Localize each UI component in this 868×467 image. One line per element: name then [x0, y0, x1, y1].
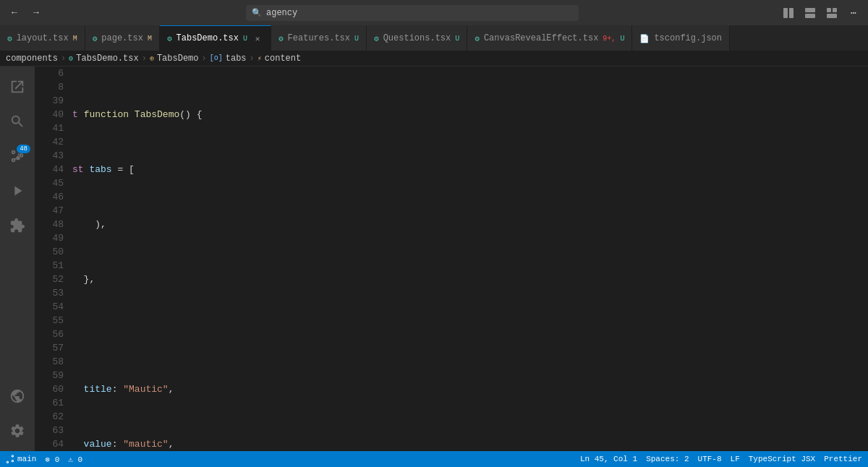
breadcrumb-icon-content: ⚡ — [258, 54, 262, 63]
activity-item-search[interactable] — [0, 104, 35, 139]
main-area: 48 6 8 39 40 41 42 43 44 4 — [0, 67, 868, 451]
breadcrumb-icon-fn: ⊕ — [150, 54, 154, 63]
breadcrumb-content[interactable]: content — [265, 53, 301, 64]
search-bar[interactable]: 🔍 agency — [246, 5, 579, 21]
titlebar: ← → 🔍 agency ⋯ — [0, 0, 868, 25]
breadcrumb: components › ⚙ TabsDemo.tsx › ⊕ TabsDemo… — [0, 51, 868, 67]
tab-badge-features: U — [354, 35, 359, 43]
tab-icon-page: ⚙ — [93, 34, 98, 43]
tab-label-questions: Questions.tsx — [383, 33, 451, 43]
tab-badge-page: M — [148, 35, 152, 43]
status-warnings[interactable]: ⚠ 0 — [68, 455, 82, 464]
tab-badge-questions: U — [455, 35, 459, 43]
activity-item-run[interactable] — [0, 173, 35, 208]
activity-bar: 48 — [0, 67, 35, 451]
code-line-42: title: "Mautic", — [72, 382, 868, 396]
activity-item-source-control[interactable]: 48 — [0, 139, 35, 173]
svg-rect-4 — [827, 8, 831, 12]
tabs-bar: ⚙ layout.tsx M ⚙ page.tsx M ⚙ TabsDemo.t… — [0, 25, 868, 51]
tab-canvasreveal[interactable]: ⚙ CanvasRevealEffect.tsx 9+, U — [467, 25, 632, 51]
status-bar: main ⊗ 0 ⚠ 0 Ln 45, Col 1 Spaces: 2 UTF-… — [0, 451, 868, 467]
breadcrumb-icon-tabsdemo: ⚙ — [69, 54, 73, 63]
search-icon: 🔍 — [252, 8, 262, 17]
status-errors[interactable]: ⊗ 0 — [45, 455, 59, 464]
breadcrumb-sep4: › — [250, 53, 255, 64]
tab-badge-layout: M — [73, 35, 77, 43]
code-line-40: }, — [72, 273, 868, 286]
source-control-badge: 48 — [17, 145, 30, 153]
svg-rect-5 — [833, 8, 837, 12]
back-button[interactable]: ← — [6, 4, 23, 22]
svg-rect-6 — [827, 14, 837, 18]
tab-close-tabsdemo[interactable]: ✕ — [252, 33, 263, 44]
svg-rect-0 — [783, 8, 788, 18]
tab-page[interactable]: ⚙ page.tsx M — [85, 25, 160, 51]
status-branch-label: main — [17, 455, 36, 463]
code-line-39: ), — [72, 218, 868, 231]
tab-badge-canvasreveal: 9+, — [603, 35, 616, 43]
status-encoding[interactable]: UTF-8 — [698, 455, 722, 463]
code-container[interactable]: 6 8 39 40 41 42 43 44 45 46 47 48 49 50 … — [35, 67, 868, 451]
search-text: agency — [266, 8, 297, 18]
tab-badge-tabsdemo: U — [243, 35, 247, 43]
status-language[interactable]: TypeScript JSX — [749, 455, 815, 463]
status-prettier[interactable]: Prettier — [824, 455, 862, 463]
code-line-41 — [72, 327, 868, 341]
titlebar-right: ⋯ — [780, 4, 862, 22]
tab-icon-tsconfig: 📄 — [639, 34, 650, 43]
line-numbers: 6 8 39 40 41 42 43 44 45 46 47 48 49 50 … — [35, 67, 69, 451]
breadcrumb-sep2: › — [142, 53, 147, 64]
breadcrumb-sep1: › — [61, 53, 66, 64]
layout3-button[interactable] — [823, 4, 841, 22]
tab-layout[interactable]: ⚙ layout.tsx M — [0, 25, 85, 51]
status-branch[interactable]: main — [6, 455, 36, 463]
tab-icon-canvasreveal: ⚙ — [475, 34, 480, 43]
tab-label-tabsdemo: TabsDemo.tsx — [176, 33, 239, 43]
tab-icon-tabsdemo: ⚙ — [167, 34, 172, 43]
tab-icon-features: ⚙ — [278, 34, 284, 43]
svg-rect-1 — [789, 8, 793, 18]
activity-item-extensions[interactable] — [0, 208, 35, 243]
activity-item-settings[interactable] — [0, 414, 35, 448]
code-line-8: st tabs = [ — [72, 163, 868, 176]
tab-features[interactable]: ⚙ Features.tsx U — [271, 25, 367, 51]
breadcrumb-tabsdemo-file[interactable]: TabsDemo.tsx — [76, 53, 138, 64]
tab-icon-questions: ⚙ — [374, 34, 379, 43]
tab-label-features: Features.tsx — [288, 33, 350, 43]
tab-label-canvasreveal: CanvasRevealEffect.tsx — [484, 33, 598, 43]
code-lines: t function TabsDemo() { st tabs = [ ), }… — [69, 67, 868, 451]
layout2-button[interactable] — [801, 4, 819, 22]
editor-area: 6 8 39 40 41 42 43 44 45 46 47 48 49 50 … — [35, 67, 868, 451]
more-button[interactable]: ⋯ — [845, 4, 862, 22]
tab-questions[interactable]: ⚙ Questions.tsx U — [367, 25, 467, 51]
svg-rect-2 — [805, 8, 815, 12]
breadcrumb-tabs[interactable]: tabs — [226, 53, 247, 64]
tab-badge-canvasreveal-u: U — [620, 35, 624, 43]
svg-rect-3 — [805, 14, 815, 18]
activity-item-explorer[interactable] — [0, 69, 35, 104]
status-line-col[interactable]: Ln 45, Col 1 — [580, 455, 637, 463]
status-right: Ln 45, Col 1 Spaces: 2 UTF-8 LF TypeScri… — [580, 455, 862, 463]
tab-label-tsconfig: tsconfig.json — [654, 33, 722, 43]
status-spaces[interactable]: Spaces: 2 — [646, 455, 689, 463]
breadcrumb-tabsdemo-fn[interactable]: TabsDemo — [157, 53, 199, 64]
tab-label-layout: layout.tsx — [17, 33, 69, 43]
tab-label-page: page.tsx — [101, 33, 143, 43]
tab-icon-layout: ⚙ — [7, 34, 12, 43]
forward-button[interactable]: → — [27, 4, 45, 22]
breadcrumb-components[interactable]: components — [6, 53, 58, 64]
tab-tabsdemo[interactable]: ⚙ TabsDemo.tsx U ✕ — [160, 25, 271, 51]
breadcrumb-icon-tabs: [o] — [210, 54, 223, 62]
layout-toggle-button[interactable] — [780, 4, 797, 22]
tab-tsconfig[interactable]: 📄 tsconfig.json — [632, 25, 730, 51]
status-left: main ⊗ 0 ⚠ 0 — [6, 455, 82, 464]
titlebar-nav: ← → — [6, 4, 45, 22]
status-eol[interactable]: LF — [731, 455, 740, 463]
code-line-43: value: "mautic", — [72, 437, 868, 451]
code-line-6: t function TabsDemo() { — [72, 108, 868, 121]
breadcrumb-sep3: › — [202, 53, 207, 64]
activity-item-remote[interactable] — [0, 379, 35, 414]
